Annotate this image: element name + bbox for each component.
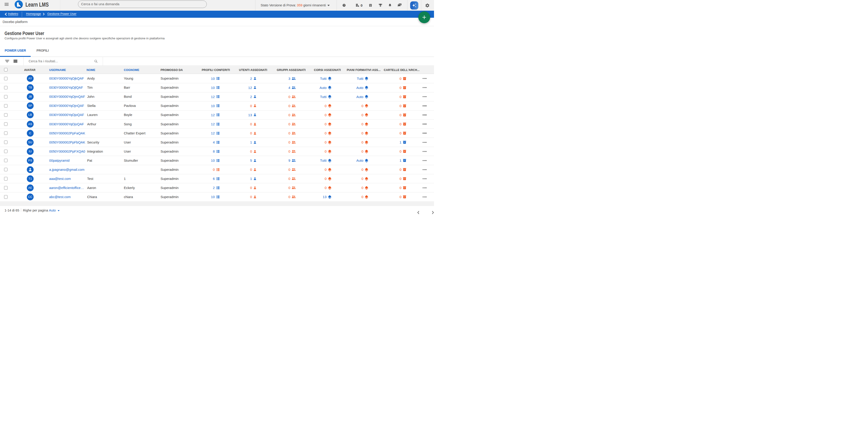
svg-text:?: ?	[344, 4, 345, 6]
